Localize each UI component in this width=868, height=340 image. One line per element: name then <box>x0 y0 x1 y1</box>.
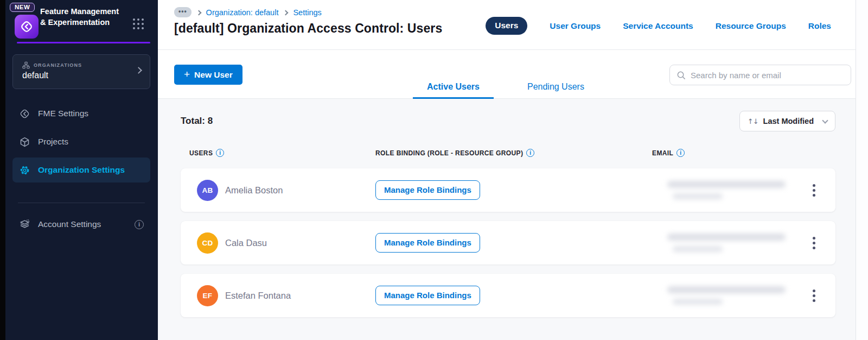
table-row: EF Estefan Fontana Manage Role Bindings <box>181 274 835 317</box>
info-icon[interactable]: i <box>526 149 534 157</box>
users-list-panel: Total: 8 ↑↓ Last Modified USERS i ROLE B… <box>158 99 856 340</box>
window-edge-strip <box>0 0 5 340</box>
tab-pending-users[interactable]: Pending Users <box>513 76 598 99</box>
tab-roles[interactable]: Roles <box>808 21 831 31</box>
total-count: Total: 8 <box>181 116 213 127</box>
app-window: NEW Feature Management & Experimentation <box>0 0 868 340</box>
sidebar-item-label: FME Settings <box>38 109 88 118</box>
main-area: ••• Organization: default Settings [defa… <box>158 0 856 340</box>
kebab-menu-button[interactable] <box>809 286 819 305</box>
column-header-users: USERS <box>189 149 213 157</box>
table-row: CD Cala Dasu Manage Role Bindings <box>181 221 835 265</box>
avatar: EF <box>197 285 218 306</box>
new-user-button[interactable]: + New User <box>174 65 242 85</box>
column-header-role-binding: ROLE BINDING (ROLE - RESOURCE GROUP) <box>375 149 523 157</box>
info-icon[interactable]: i <box>676 149 685 157</box>
table-header: USERS i ROLE BINDING (ROLE - RESOURCE GR… <box>181 149 835 157</box>
sidebar-nav: FME Settings Projects Organization Setti… <box>12 101 150 240</box>
chevron-right-icon <box>196 10 201 15</box>
info-icon: i <box>135 220 144 229</box>
avatar: AB <box>197 180 218 201</box>
page-header: ••• Organization: default Settings [defa… <box>158 0 856 50</box>
info-icon[interactable]: i <box>216 149 224 157</box>
search-box <box>669 65 851 85</box>
app-title: Feature Management & Experimentation <box>40 6 122 28</box>
sidebar-item-fme-settings[interactable]: FME Settings <box>12 101 150 126</box>
fme-logo-icon <box>15 15 39 39</box>
org-hierarchy-icon <box>22 61 30 69</box>
manage-role-bindings-button[interactable]: Manage Role Bindings <box>375 180 480 200</box>
scrollbar-gutter[interactable] <box>856 0 868 340</box>
sort-dropdown[interactable]: ↑↓ Last Modified <box>739 111 835 131</box>
sidebar-item-projects[interactable]: Projects <box>12 129 150 154</box>
users-table: AB Amelia Boston Manage Role Bindings <box>181 168 835 317</box>
user-name: Estefan Fontana <box>225 291 291 301</box>
toolbar: + New User Active Users Pending Users <box>158 50 856 99</box>
breadcrumb-link-settings[interactable]: Settings <box>293 8 321 17</box>
sidebar-header: NEW Feature Management & Experimentation <box>5 0 158 43</box>
sidebar-item-label: Account Settings <box>38 219 101 229</box>
chevron-right-icon <box>283 10 289 15</box>
brand-accent-rule <box>17 42 150 43</box>
user-name: Amelia Boston <box>225 185 283 196</box>
breadcrumb-link-organization[interactable]: Organization: default <box>206 8 279 17</box>
sidebar-divider <box>18 203 145 203</box>
plus-icon: + <box>184 68 190 80</box>
table-row: AB Amelia Boston Manage Role Bindings <box>181 168 835 212</box>
tab-resource-groups[interactable]: Resource Groups <box>716 21 786 31</box>
search-input[interactable] <box>691 71 844 80</box>
sidebar: NEW Feature Management & Experimentation <box>5 0 158 340</box>
breadcrumb-ellipsis-button[interactable]: ••• <box>174 7 192 17</box>
tab-service-accounts[interactable]: Service Accounts <box>623 21 693 31</box>
gear-icon <box>19 165 30 176</box>
sidebar-item-label: Organization Settings <box>38 165 125 175</box>
tab-user-groups[interactable]: User Groups <box>550 21 601 31</box>
org-selector-label: ORGANIZATIONS <box>34 62 82 68</box>
avatar: CD <box>197 232 218 254</box>
organization-selector[interactable]: ORGANIZATIONS default <box>12 54 150 89</box>
kebab-menu-button[interactable] <box>809 181 819 200</box>
user-name: Cala Dasu <box>225 238 267 248</box>
tab-active-users[interactable]: Active Users <box>413 76 494 99</box>
breadcrumb: ••• Organization: default Settings <box>174 7 442 17</box>
layers-icon <box>19 219 30 230</box>
manage-role-bindings-button[interactable]: Manage Role Bindings <box>375 286 480 305</box>
new-badge: NEW <box>10 3 35 12</box>
redacted-email <box>652 286 792 305</box>
redacted-email <box>652 234 792 252</box>
manage-role-bindings-button[interactable]: Manage Role Bindings <box>375 233 480 253</box>
redacted-email <box>652 181 792 199</box>
column-header-email: EMAIL <box>652 149 673 157</box>
tab-users[interactable]: Users <box>486 17 527 35</box>
sidebar-item-account-settings[interactable]: Account Settings i <box>12 212 150 237</box>
sort-arrows-icon: ↑↓ <box>748 117 758 125</box>
chevron-down-icon <box>822 117 828 123</box>
sidebar-item-label: Projects <box>38 137 68 147</box>
page-title: [default] Organization Access Control: U… <box>174 21 442 36</box>
cube-icon <box>19 136 30 148</box>
app-switcher-grid-icon[interactable] <box>133 18 144 29</box>
kebab-menu-button[interactable] <box>809 234 819 253</box>
search-icon <box>676 71 686 80</box>
access-control-nav: Users User Groups Service Accounts Resou… <box>486 17 831 35</box>
org-selector-value: default <box>22 71 142 80</box>
split-icon <box>19 108 30 119</box>
sort-label: Last Modified <box>763 117 814 125</box>
user-state-tabs: Active Users Pending Users <box>413 76 598 99</box>
sidebar-item-organization-settings[interactable]: Organization Settings <box>12 158 150 182</box>
